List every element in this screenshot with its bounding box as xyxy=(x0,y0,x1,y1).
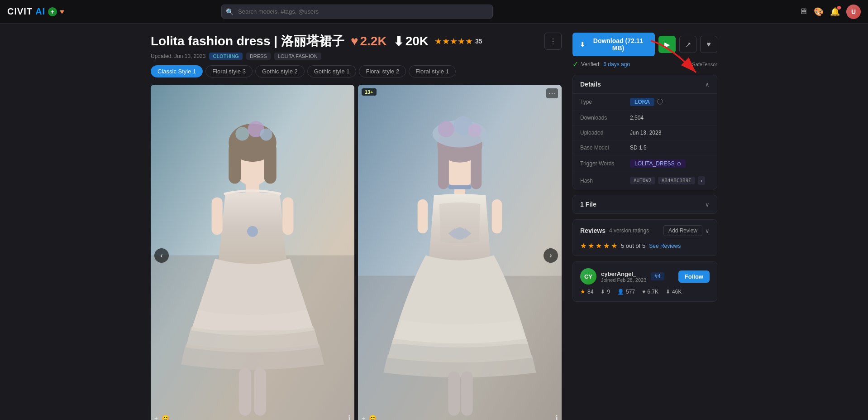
image-card-2: 13+ ⋯ + 😊 ℹ › xyxy=(358,85,562,420)
info-icon-1[interactable]: ℹ xyxy=(348,414,351,420)
verified-icon: ✓ xyxy=(572,60,578,68)
svg-rect-4 xyxy=(229,143,241,183)
zoom-icon-2[interactable]: + xyxy=(362,415,365,420)
hash-expand[interactable]: › xyxy=(698,176,705,185)
logo-civit: CIVIT xyxy=(7,6,33,17)
download-button[interactable]: ⬇ Download (72.11 MB) xyxy=(572,33,655,56)
author-likes-stat: ♥ 6.7K xyxy=(642,289,658,295)
image-2-overlay-top: 13+ ⋯ xyxy=(362,88,558,98)
verified-link[interactable]: 6 days ago xyxy=(603,61,630,68)
author-joined: Joined Feb 28, 2023 xyxy=(601,277,646,283)
details-row-hash: Hash AUTOV2 AB4ABC1B9E › xyxy=(573,172,717,189)
images-grid: + 😊 ℹ ‹ xyxy=(151,85,562,420)
svg-rect-30 xyxy=(448,372,460,416)
search-input[interactable] xyxy=(221,5,493,19)
model-title: Lolita fashion dress | 洛丽塔裙子 ♥ 2.2K ⬇ 20… xyxy=(151,33,482,50)
svg-point-6 xyxy=(235,127,249,140)
download-icon: ⬇ xyxy=(580,41,585,48)
review-score-text: 5 out of 5 xyxy=(621,242,645,249)
image-2-overlay-bottom: + 😊 ℹ xyxy=(362,414,558,420)
emoji-icon-2[interactable]: 😊 xyxy=(369,415,377,420)
files-title: 1 File xyxy=(580,201,596,208)
author-left: CY cyberAngel_ Joined Feb 28, 2023 #4 xyxy=(580,268,664,285)
tab-gothic-style-1[interactable]: Gothic style 1 xyxy=(307,65,357,77)
favorite-button[interactable]: ♥ xyxy=(700,36,717,53)
svg-rect-29 xyxy=(492,199,502,233)
main-header: CIVITAI + ♥ 🔍 🖥 🎨 🔔 U xyxy=(0,0,868,24)
details-row-downloads: Downloads 2,504 xyxy=(573,111,717,126)
model-menu-button[interactable]: ⋮ xyxy=(544,33,562,50)
tag-lolita[interactable]: LOLITA FASHION xyxy=(274,53,321,60)
tag-dress[interactable]: DRESS xyxy=(246,53,271,60)
play-button[interactable]: ▶ xyxy=(658,36,676,53)
reviews-meta: ★★★★★ 5 out of 5 See Reviews xyxy=(573,241,717,256)
monitor-icon[interactable]: 🖥 xyxy=(799,7,807,16)
details-row-uploaded: Uploaded Jun 13, 2023 xyxy=(573,126,717,140)
svg-rect-28 xyxy=(418,199,428,233)
svg-point-10 xyxy=(247,226,258,237)
svg-rect-26 xyxy=(448,185,471,189)
author-rank-badge: #4 xyxy=(651,272,664,280)
tab-floral-style-2[interactable]: Floral style 2 xyxy=(359,65,406,77)
details-title: Details xyxy=(580,81,601,88)
reviews-count: 4 version ratings xyxy=(609,227,649,234)
tab-classic-style-1[interactable]: Classic Style 1 xyxy=(151,65,203,77)
zoom-icon-1[interactable]: + xyxy=(154,415,158,420)
author-name: cyberAngel_ xyxy=(601,270,646,277)
reviews-chevron-icon: ∨ xyxy=(705,227,710,234)
reviews-header-left: Reviews 4 version ratings xyxy=(580,227,649,234)
details-row-trigger: Trigger Words LOLITA_DRESS ⊙ xyxy=(573,155,717,172)
age-badge: 13+ xyxy=(362,88,377,96)
type-info-icon[interactable]: ⓘ xyxy=(657,98,663,106)
emoji-icon-1[interactable]: 😊 xyxy=(162,415,169,420)
logo-heart-icon[interactable]: ♥ xyxy=(60,8,65,16)
tag-clothing[interactable]: CLOTHING xyxy=(209,53,242,60)
dress-image-1 xyxy=(151,85,354,420)
type-lora-badge: LORA xyxy=(630,98,654,106)
user-avatar[interactable]: U xyxy=(846,5,861,19)
svg-rect-20 xyxy=(471,145,482,189)
review-stars: ★★★★★ xyxy=(580,241,617,250)
tab-gothic-style-2[interactable]: Gothic style 2 xyxy=(255,65,305,77)
author-row: CY cyberAngel_ Joined Feb 28, 2023 #4 Fo… xyxy=(580,268,710,285)
dress-figure-2 xyxy=(358,85,562,420)
svg-rect-13 xyxy=(239,368,251,415)
author-heart-icon: ♥ xyxy=(642,289,645,295)
logo-plus-icon[interactable]: + xyxy=(48,7,57,16)
svg-rect-11 xyxy=(212,197,223,235)
svg-rect-12 xyxy=(282,197,293,235)
site-logo[interactable]: CIVITAI + ♥ xyxy=(7,6,65,17)
details-header[interactable]: Details ∧ xyxy=(573,75,717,94)
paintbrush-icon[interactable]: 🎨 xyxy=(814,7,824,17)
share-button[interactable]: ↗ xyxy=(679,36,696,53)
image-nav-prev[interactable]: ‹ xyxy=(154,248,169,263)
author-info: cyberAngel_ Joined Feb 28, 2023 xyxy=(601,270,646,283)
reviews-card: Reviews 4 version ratings Add Review ∨ ★… xyxy=(572,219,717,256)
files-card: 1 File ∨ xyxy=(572,195,717,214)
author-avatar[interactable]: CY xyxy=(580,268,596,285)
reviews-title: Reviews xyxy=(580,227,606,234)
version-tabs: Classic Style 1 Floral style 3 Gothic st… xyxy=(151,65,562,77)
model-header: Lolita fashion dress | 洛丽塔裙子 ♥ 2.2K ⬇ 20… xyxy=(151,33,562,60)
author-followers-stat: 👤 577 xyxy=(617,289,635,295)
notification-icon[interactable]: 🔔 xyxy=(830,7,840,17)
image-2-menu[interactable]: ⋯ xyxy=(546,88,558,98)
tab-floral-style-3[interactable]: Floral style 3 xyxy=(205,65,253,77)
follow-button[interactable]: Follow xyxy=(678,270,710,283)
tab-floral-style-1[interactable]: Floral style 1 xyxy=(409,65,456,77)
files-header[interactable]: 1 File ∨ xyxy=(573,195,717,213)
model-meta: Updated: Jun 13, 2023 CLOTHING DRESS LOL… xyxy=(151,53,562,60)
image-1-overlay-bottom: + 😊 ℹ xyxy=(154,414,351,420)
add-review-button[interactable]: Add Review xyxy=(663,225,702,236)
info-icon-2[interactable]: ℹ xyxy=(555,414,558,420)
verified-row: ✓ Verified: 6 days ago SafeTensor xyxy=(572,60,717,68)
image-nav-next[interactable]: › xyxy=(544,248,558,263)
files-chevron-icon: ∨ xyxy=(705,201,710,208)
trigger-copy-icon[interactable]: ⊙ xyxy=(677,161,681,167)
see-reviews-link[interactable]: See Reviews xyxy=(649,243,681,249)
details-row-type: Type LORA ⓘ xyxy=(573,94,717,111)
header-right: 🖥 🎨 🔔 U xyxy=(799,5,861,19)
author-downloads-stat: ⬇ 46K xyxy=(666,289,682,295)
content-right: ⬇ Download (72.11 MB) ▶ ↗ ♥ ✓ Verified: … xyxy=(572,33,717,420)
hash-value: AB4ABC1B9E xyxy=(658,177,695,184)
